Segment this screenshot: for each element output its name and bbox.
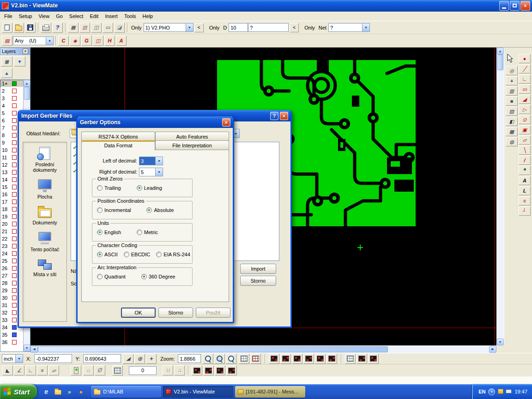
scroll-right-icon[interactable]: ▶	[489, 346, 496, 353]
text-tool-icon[interactable]: A	[519, 176, 531, 185]
new-file-icon[interactable]	[2, 23, 12, 33]
scroll-down-icon[interactable]: ▼	[24, 345, 30, 351]
only-dcode-toggle[interactable]: Only	[209, 25, 220, 30]
radio-option[interactable]: Quadrant	[97, 274, 126, 279]
scrollbar-thumb[interactable]	[38, 346, 388, 352]
radio-icon[interactable]	[141, 274, 147, 279]
cancel-button[interactable]: Storno	[158, 308, 193, 318]
taskbar-task-button[interactable]: V2.bin - ViewMate	[163, 386, 233, 398]
place-network[interactable]: Místa v síti	[24, 259, 66, 277]
layer-visibility-swatch[interactable]	[12, 325, 17, 330]
radio-icon[interactable]	[97, 207, 103, 213]
hook-tool-icon[interactable]: ┘	[519, 206, 531, 216]
scroll-up-icon[interactable]: ▲	[497, 48, 504, 54]
layer-table-button[interactable]: ▦	[1, 56, 12, 66]
scrollbar-thumb[interactable]	[24, 87, 30, 100]
layer-visibility-swatch[interactable]	[12, 236, 17, 241]
film-pattern-icon[interactable]	[226, 365, 237, 375]
layer-visibility-swatch[interactable]	[12, 81, 17, 86]
input-tray-icon[interactable]	[506, 389, 512, 394]
horizontal-scrollbar[interactable]: ◀ ▶	[30, 345, 496, 353]
folder-quick-icon[interactable]	[53, 387, 62, 396]
gerber-close-button[interactable]: ×	[222, 118, 230, 127]
radio-icon[interactable]	[124, 252, 129, 257]
layer-visibility-swatch[interactable]	[12, 140, 17, 145]
language-indicator[interactable]: EN	[478, 389, 485, 394]
radio-option[interactable]: Trailing	[97, 185, 121, 191]
taskbar-task-button[interactable]: D:\MLAB	[91, 386, 161, 398]
radio-icon[interactable]	[137, 230, 142, 235]
select-pattern-icon[interactable]	[357, 354, 367, 364]
center-view-icon[interactable]: ⊕	[134, 354, 145, 364]
net-filter-combo[interactable]: ? ▼	[328, 23, 370, 32]
ok-button[interactable]: OK	[121, 308, 156, 318]
mode-traces-icon[interactable]	[303, 354, 314, 364]
right-of-decimal-combo[interactable]: 5 ▼	[139, 168, 163, 176]
zoom-out-icon[interactable]	[226, 354, 236, 364]
gerber-dialog-titlebar[interactable]: Gerber Options ×	[78, 116, 233, 128]
import-button[interactable]: Import	[240, 264, 276, 274]
layer-down-button[interactable]: ▼	[14, 56, 25, 66]
measure-tool-icon[interactable]: ◢	[123, 354, 133, 364]
layer-visibility-swatch[interactable]	[12, 133, 17, 138]
dcode-h-tool-icon[interactable]: H	[104, 36, 115, 46]
draw-outline-icon[interactable]: ▱	[519, 135, 531, 145]
draw-triangle-icon[interactable]: ▷	[519, 105, 531, 114]
left-of-decimal-combo[interactable]: 3 ▼	[139, 157, 163, 165]
layer-visibility-swatch[interactable]	[12, 177, 17, 182]
grid-toggle-icon[interactable]	[239, 354, 249, 364]
radio-option[interactable]: Incremental	[97, 207, 131, 213]
layer-visibility-swatch[interactable]	[12, 170, 17, 175]
layer-visibility-swatch[interactable]	[12, 214, 17, 219]
save-file-icon[interactable]	[25, 23, 36, 33]
film-pattern-icon[interactable]	[215, 365, 225, 375]
place-my-computer[interactable]: Tento počítač	[24, 232, 66, 252]
layer-visibility-swatch[interactable]	[12, 296, 17, 300]
radio-option[interactable]: EIA RS-244	[156, 252, 190, 257]
dropdown-arrow-icon[interactable]: ▼	[15, 355, 23, 363]
layer-visibility-swatch[interactable]	[12, 148, 17, 152]
minimize-button[interactable]	[499, 1, 509, 11]
dropdown-arrow-icon[interactable]: ▼	[362, 24, 369, 31]
zoom-in-icon[interactable]	[214, 354, 225, 364]
ie-quick-icon[interactable]: e	[42, 387, 51, 396]
zoom-window-icon[interactable]	[203, 354, 213, 364]
clear-highlight-icon[interactable]: Ø	[95, 365, 105, 375]
draw-circle-icon[interactable]: ⊙	[519, 115, 531, 124]
aperture-list-icon[interactable]: ▤	[2, 36, 12, 46]
menu-item[interactable]: Edit	[86, 12, 102, 20]
units-combo[interactable]: inch ▼	[2, 354, 23, 363]
hatch-tool-icon[interactable]: ▨	[506, 107, 518, 116]
layers-panel-titlebar[interactable]: Layers ×	[0, 48, 30, 55]
draw-line-icon[interactable]: ╱	[519, 64, 531, 73]
menu-item[interactable]: Setup	[16, 12, 36, 20]
l-text-tool-icon[interactable]: L	[519, 186, 531, 195]
layer-visibility-swatch[interactable]	[12, 303, 17, 308]
measure-chart-icon[interactable]: ◪	[114, 23, 125, 33]
tab[interactable]: Data Format	[81, 140, 155, 150]
measure-corner-icon[interactable]: ◣	[2, 365, 13, 375]
fill-tool-icon[interactable]: ■	[506, 97, 518, 106]
scroll-left-icon[interactable]: ◀	[30, 346, 38, 353]
layer-visibility-swatch[interactable]	[12, 222, 17, 226]
pad-target-icon[interactable]: ◈	[70, 36, 80, 46]
radio-icon[interactable]	[137, 185, 142, 191]
layer-select-combo[interactable]: 1) V2.PHO ▼	[144, 23, 193, 32]
layer-visibility-swatch[interactable]	[12, 281, 17, 285]
pan-tool-icon[interactable]: +	[506, 76, 518, 85]
place-desktop[interactable]: Plocha	[24, 179, 66, 200]
layer-visibility-swatch[interactable]	[12, 207, 17, 212]
menu-item[interactable]: Tools	[121, 12, 139, 20]
grid-snap-icon[interactable]	[250, 354, 261, 364]
flash-tool-icon[interactable]: ◍	[506, 137, 518, 146]
layer-visibility-swatch[interactable]	[12, 288, 17, 293]
mode-sketch-icon[interactable]	[315, 354, 326, 364]
scroll-up-icon[interactable]: ▲	[24, 80, 30, 87]
maximize-button[interactable]	[510, 1, 520, 11]
layer-visibility-swatch[interactable]	[12, 266, 17, 271]
scrollbar-thumb[interactable]	[497, 54, 503, 70]
menu-item[interactable]: Go	[53, 12, 66, 20]
dialog-help-button[interactable]: ?	[270, 112, 278, 120]
mode-solid-icon[interactable]	[269, 354, 279, 364]
radio-icon[interactable]	[156, 252, 162, 257]
